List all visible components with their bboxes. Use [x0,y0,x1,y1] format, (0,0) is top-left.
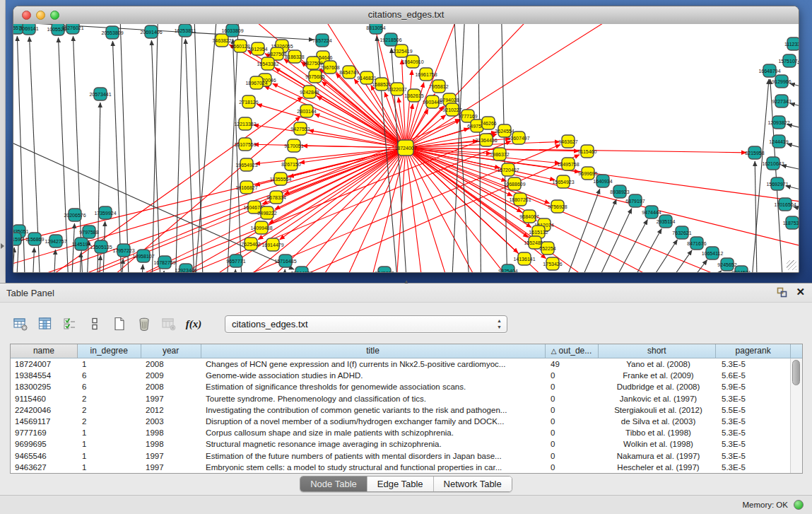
float-panel-icon[interactable] [777,287,787,298]
table-cell[interactable]: Tibbo et al. (1998) [599,427,717,438]
table-cell[interactable]: 5.6E-5 [717,370,792,381]
table-cell[interactable]: 5.3E-5 [717,416,792,427]
table-cell[interactable]: Estimation of significance thresholds fo… [201,381,546,392]
table-cell[interactable]: Jankovic et al. (1997) [599,393,717,404]
table-cell[interactable]: Disruption of a novel member of a sodium… [201,416,546,427]
table-row[interactable]: 977716911998Corpus callosum shape and si… [11,427,802,438]
table-cell[interactable]: 2009 [141,370,201,381]
table-scrollbar[interactable] [790,358,802,473]
table-cell[interactable]: Hescheler et al. (1997) [599,462,717,473]
table-cell[interactable]: Changes of HCN gene expression and I(f) … [201,358,546,370]
delete-attribute-button[interactable] [134,314,155,334]
close-panel-icon[interactable]: ✕ [796,286,805,298]
table-cell[interactable]: Dudbridge et al. (2008) [599,381,717,392]
table-cell[interactable]: 22420046 [11,404,78,416]
new-table-button[interactable] [109,314,130,334]
table-cell[interactable]: Structural magnetic resonance image aver… [201,438,546,450]
table-cell[interactable]: 0 [546,370,599,381]
table-cell[interactable]: 5.3E-5 [717,427,792,438]
column-header-title[interactable]: title [201,344,546,358]
table-row[interactable]: 969969511998Structural magnetic resonanc… [11,438,802,450]
window-resize-grip[interactable] [787,260,796,270]
table-cell[interactable]: 1997 [141,393,201,404]
network-canvas[interactable]: 1872400774638228660128591295415226055982… [13,24,799,272]
table-cell[interactable]: 6 [78,381,141,392]
table-cell[interactable]: de Silva et al. (2003) [599,416,717,427]
table-cell[interactable]: 5.3E-5 [717,450,792,462]
table-cell[interactable]: 5.9E-5 [717,381,792,392]
table-row[interactable]: 1830029562008Estimation of significance … [11,381,802,392]
network-window[interactable]: citations_edges.txt 18724007746382286601… [13,6,799,273]
table-cell[interactable]: 5.3E-5 [717,462,792,473]
column-header-year[interactable]: year [141,344,201,358]
table-cell[interactable]: 5.5E-5 [717,404,792,416]
table-settings-button[interactable] [10,314,31,334]
table-cell[interactable]: 2003 [141,416,201,427]
table-cell[interactable]: 1997 [141,462,201,473]
column-header-short[interactable]: short [599,344,717,358]
function-builder-button[interactable]: f(x) [183,314,204,334]
table-cell[interactable]: 2 [78,404,141,416]
table-row[interactable]: 946554611997Estimation of the future num… [11,450,802,462]
table-row[interactable]: 1938455462009Genome-wide association stu… [11,370,802,381]
table-cell[interactable]: 5.3E-5 [717,358,792,370]
table-row[interactable]: 911546021997Tourette syndrome. Phenomeno… [11,393,802,404]
table-row[interactable]: 1872400712008Changes of HCN gene express… [11,358,802,370]
table-cell[interactable]: 9465546 [11,450,78,462]
table-cell[interactable]: 5.3E-5 [717,393,792,404]
table-cell[interactable]: 2008 [141,381,201,392]
table-cell[interactable]: 1 [78,427,141,438]
table-cell[interactable]: 0 [546,462,599,473]
table-cell[interactable]: 2 [78,393,141,404]
splitter-collapse-icon[interactable]: ▲ [402,279,411,285]
table-cell[interactable]: 1 [78,450,141,462]
table-cell[interactable]: 1 [78,462,141,473]
table-select-dropdown[interactable]: citations_edges.txt ▲▼ [225,315,507,333]
tab-node-table[interactable]: Node Table [300,477,367,491]
left-splitter-arrow-icon[interactable] [1,243,4,249]
table-cell[interactable]: 0 [546,404,599,416]
table-cell[interactable]: 14569117 [11,416,78,427]
table-cell[interactable]: 19384554 [11,370,78,381]
tab-edge-table[interactable]: Edge Table [367,477,434,491]
table-cell[interactable]: Corpus callosum shape and size in male p… [201,427,546,438]
table-cell[interactable]: 2 [78,416,141,427]
table-cell[interactable]: 0 [546,438,599,450]
column-header-pagerank[interactable]: pagerank [716,344,791,358]
table-cell[interactable]: Franke et al. (2009) [599,370,717,381]
table-cell[interactable]: Estimation of the future numbers of pati… [201,450,546,462]
table-cell[interactable]: 0 [546,416,599,427]
table-cell[interactable]: 2012 [141,404,201,416]
table-cell[interactable]: 0 [546,381,599,392]
table-cell[interactable]: Yano et al. (2008) [599,358,717,370]
table-cell[interactable]: 0 [546,450,599,462]
table-cell[interactable]: Tourette syndrome. Phenomenology and cla… [201,393,546,404]
table-cell[interactable]: 1998 [141,427,201,438]
table-row[interactable]: 2242004622012Investigating the contribut… [11,404,802,416]
table-cell[interactable]: 2008 [141,358,201,370]
table-cell[interactable]: 6 [78,370,141,381]
row-height-button[interactable] [84,314,105,334]
column-header-name[interactable]: name [11,344,78,358]
network-window-titlebar[interactable]: citations_edges.txt [13,6,799,25]
scrollbar-thumb[interactable] [792,360,800,385]
table-row[interactable]: 946362711997Embryonic stem cells: a mode… [11,462,802,473]
column-header-in_degree[interactable]: in_degree [78,344,141,358]
table-cell[interactable]: Wolkin et al. (1998) [599,438,717,450]
network-view[interactable]: 1872400774638228660128591295415226055982… [13,24,799,272]
table-cell[interactable]: 5.3E-5 [717,438,792,450]
show-columns-button[interactable] [35,314,56,334]
table-cell[interactable]: 9115460 [11,393,78,404]
table-cell[interactable]: 9777169 [11,427,78,438]
table-cell[interactable]: 18724007 [11,358,78,370]
table-cell[interactable]: 0 [546,427,599,438]
table-cell[interactable]: 49 [546,358,599,370]
table-cell[interactable]: Genome-wide association studies in ADHD. [201,370,546,381]
table-cell[interactable]: 9699695 [11,438,78,450]
table-cell[interactable]: Nakamura et al. (1997) [599,450,717,462]
table-cell[interactable]: Embryonic stem cells: a model to study s… [201,462,546,473]
table-cell[interactable]: 1 [78,358,141,370]
select-attributes-button[interactable] [59,314,81,334]
table-row[interactable]: 1456911722003Disruption of a novel membe… [11,416,802,427]
table-cell[interactable]: 1997 [141,450,201,462]
